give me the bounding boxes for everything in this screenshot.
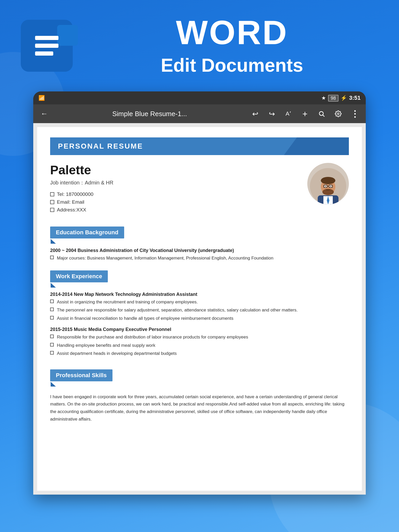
contact-tel: Tel: 1870000000 bbox=[50, 191, 302, 197]
education-header-bg: Education Background bbox=[50, 227, 124, 238]
logo-line-1 bbox=[35, 36, 58, 40]
contact-info: Tel: 1870000000 Email: Email Address:XXX bbox=[50, 191, 302, 213]
charging-icon: ⚡ bbox=[341, 95, 347, 101]
work-sq-2-3 bbox=[50, 351, 54, 355]
title-section: WORD Edit Documents bbox=[86, 16, 378, 76]
skills-content: I have been engaged in corporate work fo… bbox=[50, 389, 349, 425]
skills-title: Professional Skills bbox=[56, 372, 107, 378]
svg-point-2 bbox=[337, 113, 339, 115]
address-bullet bbox=[50, 208, 54, 212]
education-section-header: Education Background bbox=[50, 227, 124, 244]
work-bullet-1-2: The personnel are responsible for salary… bbox=[50, 307, 349, 314]
back-button[interactable]: ← bbox=[38, 108, 50, 119]
work-sq-1-3 bbox=[50, 316, 54, 320]
work-title: Work Experience bbox=[56, 273, 102, 280]
education-year: 2000 ~ 2004 Business Administration of C… bbox=[50, 248, 349, 253]
header-section: WORD Edit Documents bbox=[0, 0, 399, 81]
undo-button[interactable]: ↩ bbox=[249, 108, 261, 119]
skills-arrow bbox=[51, 382, 56, 387]
work-sq-1-2 bbox=[50, 308, 54, 311]
svg-point-12 bbox=[325, 186, 326, 187]
tel-bullet bbox=[50, 192, 54, 196]
svg-point-0 bbox=[319, 111, 323, 115]
contact-address: Address:XXX bbox=[50, 207, 302, 213]
work-sq-1-1 bbox=[50, 300, 54, 303]
work-arrow bbox=[51, 283, 56, 288]
education-title: Education Background bbox=[56, 229, 118, 236]
work-sq-2-1 bbox=[50, 335, 54, 338]
work-header-bg: Work Experience bbox=[50, 270, 108, 282]
redo-button[interactable]: ↪ bbox=[266, 108, 277, 119]
person-name: Palette bbox=[50, 163, 302, 177]
work-bullet-1-3: Assist in financial reconciliation to ha… bbox=[50, 315, 349, 322]
settings-button[interactable] bbox=[332, 108, 344, 119]
status-bar: 📶 ★ 98 ⚡ 3:51 bbox=[33, 91, 366, 104]
phone-frame: 📶 ★ 98 ⚡ 3:51 ← Simple Blue Resume-1... … bbox=[33, 91, 366, 495]
work-bullet-2-2: Handling employee benefits and meal supp… bbox=[50, 342, 349, 349]
status-left: 📶 bbox=[38, 95, 45, 101]
svg-point-13 bbox=[330, 186, 331, 187]
contact-email: Email: Email bbox=[50, 199, 302, 205]
logo-line-2 bbox=[35, 44, 58, 48]
skills-section-header: Professional Skills bbox=[50, 369, 112, 387]
logo-lines bbox=[35, 36, 58, 56]
email-bullet bbox=[50, 200, 54, 204]
resume-header-banner: PERSONAL RESUME bbox=[50, 137, 349, 155]
education-content: 2000 ~ 2004 Business Administration of C… bbox=[50, 246, 349, 265]
avatar bbox=[307, 163, 349, 204]
work-year-1: 2014-2014 New Map Network Technology Adm… bbox=[50, 292, 349, 297]
work-entry-2: 2015-2015 Music Media Company Executive … bbox=[50, 327, 349, 357]
skills-description: I have been engaged in corporate work fo… bbox=[50, 393, 349, 423]
svg-point-8 bbox=[321, 177, 335, 184]
app-title: WORD bbox=[86, 16, 378, 49]
work-year-2: 2015-2015 Music Media Company Executive … bbox=[50, 327, 349, 332]
status-right: ★ 98 ⚡ 3:51 bbox=[321, 95, 361, 101]
avatar-area bbox=[307, 163, 349, 204]
font-button[interactable]: Aʼ bbox=[283, 108, 294, 119]
svg-line-1 bbox=[323, 115, 324, 117]
bluetooth-icon: ★ bbox=[321, 95, 326, 101]
work-sq-2-2 bbox=[50, 343, 54, 347]
resume-title: PERSONAL RESUME bbox=[58, 142, 143, 150]
work-section-header: Work Experience bbox=[50, 270, 108, 288]
work-bullet-2-1: Responsible for the purchase and distrib… bbox=[50, 334, 349, 341]
education-sq-1 bbox=[50, 256, 54, 259]
battery-indicator: 98 bbox=[328, 95, 338, 101]
skills-header-bg: Professional Skills bbox=[50, 369, 112, 381]
phone-container: 📶 ★ 98 ⚡ 3:51 ← Simple Blue Resume-1... … bbox=[33, 91, 366, 495]
work-entry-1: 2014-2014 New Map Network Technology Adm… bbox=[50, 292, 349, 322]
education-bullet-1: Major courses: Business Management, Info… bbox=[50, 255, 349, 262]
work-content: 2014-2014 New Map Network Technology Adm… bbox=[50, 290, 349, 364]
work-bullet-1-1: Assist in organizing the recruitment and… bbox=[50, 299, 349, 305]
wifi-icon: 📶 bbox=[38, 95, 45, 101]
more-button[interactable]: ⋮ bbox=[349, 108, 361, 119]
document-page: PERSONAL RESUME Palette Job intention：Ad… bbox=[37, 127, 362, 491]
document-toolbar: ← Simple Blue Resume-1... ↩ ↪ Aʼ + ⋮ bbox=[33, 104, 366, 123]
document-title: Simple Blue Resume-1... bbox=[55, 110, 244, 118]
job-intention: Job intention：Admin & HR bbox=[50, 179, 302, 186]
word-logo bbox=[21, 20, 73, 72]
personal-info-area: Palette Job intention：Admin & HR Tel: 18… bbox=[50, 155, 349, 220]
search-button[interactable] bbox=[316, 108, 327, 119]
time-display: 3:51 bbox=[349, 95, 361, 101]
education-arrow bbox=[51, 239, 56, 244]
add-button[interactable]: + bbox=[299, 108, 311, 119]
app-subtitle: Edit Documents bbox=[86, 55, 378, 76]
work-bullet-2-3: Assist department heads in developing de… bbox=[50, 350, 349, 357]
document-area: PERSONAL RESUME Palette Job intention：Ad… bbox=[33, 123, 366, 495]
avatar-svg bbox=[310, 168, 346, 204]
logo-line-3 bbox=[35, 51, 53, 56]
personal-details: Palette Job intention：Admin & HR Tel: 18… bbox=[50, 163, 302, 215]
